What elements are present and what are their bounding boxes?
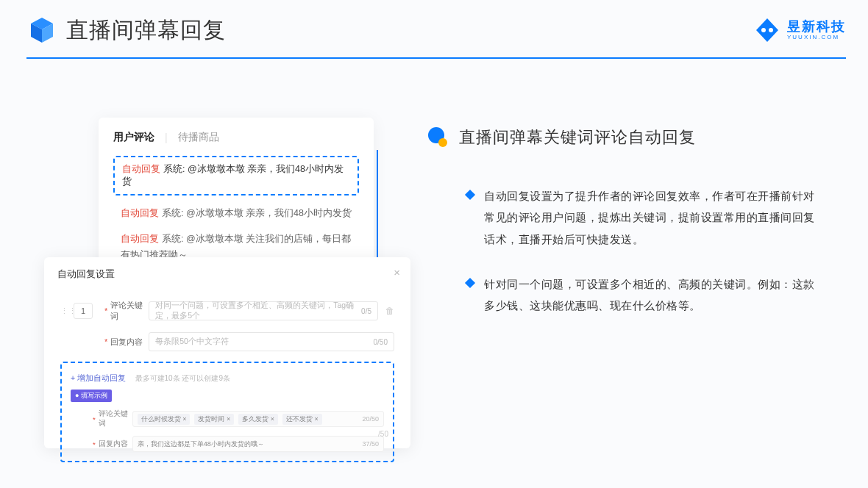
example-keyword-input[interactable]: 什么时候发货 × 发货时间 × 多久发货 × 还不发货 × 20/50 (132, 411, 384, 427)
tab-divider: | (165, 132, 168, 143)
svg-point-4 (761, 28, 766, 32)
brand-logo-icon (753, 16, 781, 44)
bullet-text: 针对同一个问题，可设置多个相近的、高频的关键词。例如：这款多少钱、这块能优惠吗、… (484, 273, 817, 317)
bullet-text: 自动回复设置为了提升作者的评论回复效率，作者可在开播前针对常见的评论用户问题，提… (484, 185, 817, 250)
keyword-row: ⋮⋮ 1 * 评论关键词 对同一个问题，可设置多个相近、高频的关键词，Tag确定… (60, 300, 394, 322)
example-badge: ● 填写示例 (71, 390, 112, 402)
char-count: /50 (378, 430, 388, 438)
content-row: * 回复内容 每条限50个中文字符 0/50 (60, 332, 394, 351)
index-box: 1 (74, 303, 93, 319)
svg-point-5 (769, 28, 773, 32)
add-reply-hint: 最多可建10条 还可以创建9条 (135, 374, 230, 382)
char-count: 37/50 (362, 440, 379, 448)
description-column: 直播间弹幕关键词评论自动回复 自动回复设置为了提升作者的评论回复效率，作者可在开… (427, 126, 817, 340)
subtitle: 直播间弹幕关键词评论自动回复 (459, 126, 696, 148)
tab-user-comments[interactable]: 用户评论 (113, 131, 154, 144)
settings-title: 自动回复设置 (57, 268, 397, 281)
page-title: 直播间弹幕回复 (66, 15, 226, 46)
auto-reply-tag: 自动回复 (121, 234, 159, 244)
tag-pill[interactable]: 多久发货 × (238, 414, 278, 425)
trash-icon[interactable]: 🗑 (385, 306, 394, 316)
brand-name-cn: 昱新科技 (787, 20, 846, 33)
placeholder-text: 对同一个问题，可设置多个相近、高频的关键词，Tag确定，最多5个 (155, 301, 357, 321)
auto-reply-tag: 自动回复 (121, 208, 159, 218)
drag-handle-icon[interactable]: ⋮⋮ (60, 306, 69, 316)
keyword-label: 评论关键词 (110, 300, 149, 322)
add-reply-link[interactable]: + 增加自动回复 (71, 373, 126, 382)
example-content-text: 亲，我们这边都是下单48小时内发货的哦～ (138, 439, 264, 449)
placeholder-text: 每条限50个中文字符 (155, 337, 229, 347)
tag-pill[interactable]: 什么时候发货 × (138, 414, 191, 425)
reply-text: 系统: @冰墩墩本墩 亲亲，我们48小时内发货 (162, 208, 352, 218)
char-count: 20/50 (362, 415, 379, 423)
example-keyword-label: 评论关键词 (99, 409, 132, 428)
reply-row: 自动回复系统: @冰墩墩本墩 亲亲，我们48小时内发货 (113, 206, 359, 221)
page-header: 直播间弹幕回复 (26, 15, 846, 46)
cube-icon (26, 15, 57, 46)
auto-reply-tag: 自动回复 (122, 164, 160, 174)
bullet-item: 自动回复设置为了提升作者的评论回复效率，作者可在开播前针对常见的评论用户问题，提… (427, 185, 817, 250)
required-star: * (104, 337, 107, 346)
keyword-input[interactable]: 对同一个问题，可设置多个相近、高频的关键词，Tag确定，最多5个 0/5 (149, 301, 378, 320)
tag-pill[interactable]: 还不发货 × (282, 414, 322, 425)
tag-pill[interactable]: 发货时间 × (194, 414, 234, 425)
example-keyword-row: * 评论关键词 什么时候发货 × 发货时间 × 多久发货 × 还不发货 × 20… (71, 409, 384, 428)
settings-card: 自动回复设置 × ⋮⋮ 1 * 评论关键词 对同一个问题，可设置多个相近、高频的… (44, 257, 410, 448)
diamond-icon (465, 278, 475, 288)
brand-block: 昱新科技 YUUXIN.COM (753, 16, 846, 44)
svg-marker-3 (756, 18, 778, 42)
bullet-item: 针对同一个问题，可设置多个相近的、高频的关键词。例如：这款多少钱、这块能优惠吗、… (427, 273, 817, 317)
brand-name-en: YUUXIN.COM (787, 35, 846, 40)
example-box: + 增加自动回复 最多可建10条 还可以创建9条 ● 填写示例 * 评论关键词 … (60, 362, 394, 462)
tabs: 用户评论 | 待播商品 (113, 131, 359, 144)
example-content-row: * 回复内容 亲，我们这边都是下单48小时内发货的哦～ 37/50 (71, 436, 384, 452)
required-star: * (104, 306, 107, 315)
tab-pending-products[interactable]: 待播商品 (178, 131, 219, 144)
close-icon[interactable]: × (394, 266, 400, 279)
illustration-column: 用户评论 | 待播商品 自动回复系统: @冰墩墩本墩 亲亲，我们48小时内发货 … (44, 103, 427, 463)
diamond-icon (465, 190, 475, 200)
example-content-label: 回复内容 (99, 439, 132, 449)
required-star: * (93, 440, 96, 448)
header-divider (26, 57, 846, 59)
comments-card: 用户评论 | 待播商品 自动回复系统: @冰墩墩本墩 亲亲，我们48小时内发货 … (99, 118, 374, 270)
content-label: 回复内容 (110, 337, 149, 348)
highlighted-reply: 自动回复系统: @冰墩墩本墩 亲亲，我们48小时内发货 (113, 156, 359, 195)
svg-point-7 (438, 138, 447, 147)
bubble-icon (427, 126, 449, 148)
required-star: * (93, 415, 96, 423)
char-count: 0/5 (361, 307, 371, 315)
example-content-input[interactable]: 亲，我们这边都是下单48小时内发货的哦～ 37/50 (132, 436, 384, 452)
content-input[interactable]: 每条限50个中文字符 0/50 (149, 332, 394, 351)
char-count: 0/50 (374, 338, 388, 346)
